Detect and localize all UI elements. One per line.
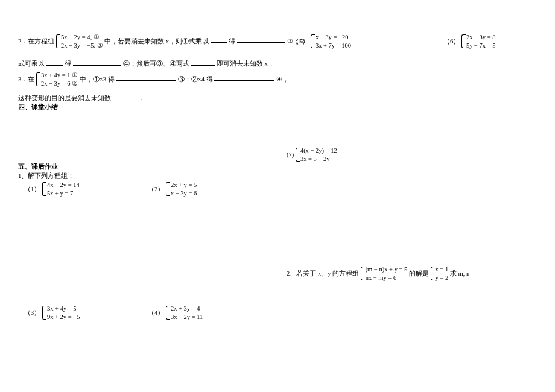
pe-sys2: x = 1 y = 2 [431,265,449,282]
p2-a: 2x + y = 5 [171,181,197,189]
p4-a: 2x + 3y = 4 [171,305,203,313]
heading-5-sub: 1、解下列方程组： [18,171,74,181]
p3-b: 9x + 2y = −5 [47,313,80,321]
q2-l2a: 式可乘以 [18,60,45,67]
p6-sys: 2x − 3y = 8 5y − 7x = 5 [461,33,496,49]
q3-l3: ③；②×4 得 [178,76,213,83]
p7-label: (7) [287,151,294,158]
p3-a: 3x + 4y = 5 [47,305,80,313]
pe-sys1: (m − n)x + y = 5 nx + my = 6 [361,265,408,282]
pe-sa: x = 1 [436,265,449,274]
p7-b: 3x = 5 + 2y [300,155,337,163]
p5-label: （5） [293,38,309,45]
blank [116,75,176,81]
blank [191,60,215,66]
heading-5: 五、课后作业 [18,162,58,172]
blank [214,75,274,81]
p7-a: 4(x + 2y) = 12 [300,147,337,155]
p4-label: （4） [148,309,164,316]
p3-label: （3） [24,309,40,316]
p4-sys: 2x + 3y = 4 3x − 2y = 11 [166,305,203,321]
q3-mid: 中，①×3 得 [80,76,115,83]
q2-lead: 2．在方程组 [18,38,54,45]
q2-system: 5x − 2y = 4, ① 2x − 3y = −5. ② [56,33,103,49]
problem-2: （2） 2x + y = 5 x − 3y = 6 [148,181,197,197]
q3-lead: 3．在 [18,76,34,83]
p2-label: （2） [148,186,164,192]
q3-l2: 这种变形的目的是要消去未知数 [18,95,111,101]
q2-l2b: 得 [65,60,71,67]
p5-a: x − 3y = −20 [316,33,351,42]
q3-sys: 3x + 4y = 1 ① 2x − 3y = 6 ② [36,71,78,87]
pe-tail: 求 m, n [450,270,469,277]
problem-5: （5） x − 3y = −20 3x + 7y = 100 [293,33,351,49]
p1-sys: 4x − 2y = 14 5x + y = 7 [42,181,80,197]
q2-eq2: 2x − 3y = −5. ② [61,42,103,50]
blank [46,60,63,66]
problem-extra: 2、若关于 x、y 的方程组 (m − n)x + y = 5 nx + my … [287,265,469,282]
pe-mid: 的解是 [409,270,429,277]
blank [73,60,121,66]
q2-mid: 中，若要消去未知数 x，则①式乘以 [104,38,209,45]
pe-sb: y = 2 [436,274,449,282]
p1-b: 5x + y = 7 [47,189,80,198]
p1-a: 4x − 2y = 14 [47,181,80,189]
pe-lead: 2、若关于 x、y 的方程组 [287,270,359,277]
question-2-line1: 2．在方程组 5x − 2y = 4, ① 2x − 3y = −5. ② 中，… [18,33,306,49]
q3-b: 2x − 3y = 6 ② [41,80,78,88]
blank [113,94,137,100]
p6-label: （6） [443,38,460,45]
p6-a: 2x − 3y = 8 [466,33,496,42]
question-3-line2: 这种变形的目的是要消去未知数 ． [18,93,145,103]
p7-sys: 4(x + 2y) = 12 3x = 5 + 2y [296,147,337,163]
q2-end: 即可消去未知数 x． [217,60,274,67]
q3-l4: ④， [276,76,289,83]
problem-6: （6） 2x − 3y = 8 5y − 7x = 5 [443,33,495,49]
pe-b: nx + my = 6 [366,274,408,282]
heading-4: 四、课堂小结 [18,103,58,112]
p3-sys: 3x + 4y = 5 9x + 2y = −5 [42,305,80,321]
p4-b: 3x − 2y = 11 [171,313,203,321]
q3-a: 3x + 4y = 1 ① [41,71,78,80]
q2-eq1: 5x − 2y = 4, ① [61,33,103,42]
p6-b: 5y − 7x = 5 [466,42,496,50]
problem-7: (7) 4(x + 2y) = 12 3x = 5 + 2y [287,147,337,163]
p2-b: x − 3y = 6 [171,189,197,198]
pe-a: (m − n)x + y = 5 [366,265,408,274]
problem-1: （1） 4x − 2y = 14 5x + y = 7 [24,181,80,197]
q2-lbl4: ④；然后再③、④两式 [123,60,189,67]
q2-after1: 得 [229,38,235,45]
p1-label: （1） [24,186,40,192]
q3-dot: ． [138,95,145,101]
blank [237,37,285,43]
problem-3: （3） 3x + 4y = 5 9x + 2y = −5 [24,305,80,321]
problem-4: （4） 2x + 3y = 4 3x − 2y = 11 [148,305,203,321]
question-2-line2: 式可乘以 得 ④；然后再③、④两式 即可消去未知数 x． [18,59,274,69]
question-3: 3．在 3x + 4y = 1 ① 2x − 3y = 6 ② 中，①×3 得 … [18,71,289,87]
p5-b: 3x + 7y = 100 [316,42,351,50]
p5-sys: x − 3y = −20 3x + 7y = 100 [311,33,351,49]
blank [211,37,227,43]
p2-sys: 2x + y = 5 x − 3y = 6 [166,181,197,197]
